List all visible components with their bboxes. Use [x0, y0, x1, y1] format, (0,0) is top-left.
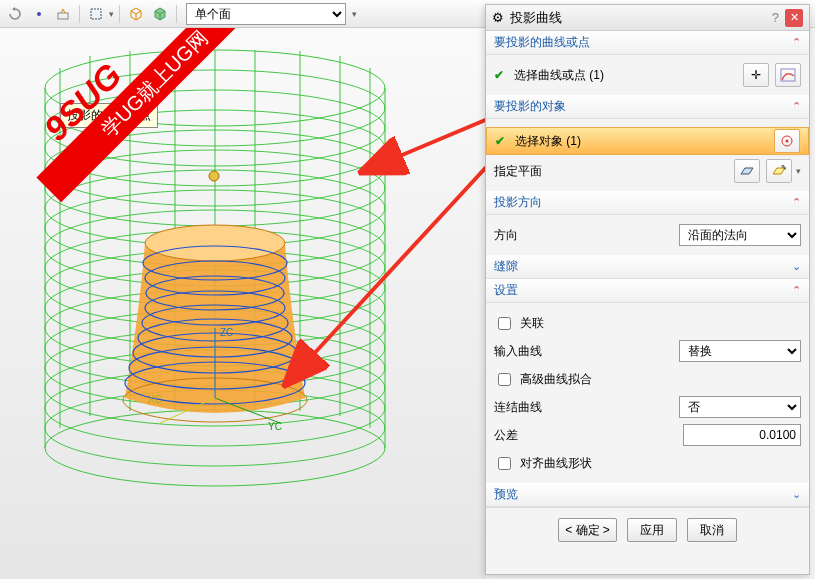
selection-filter-select[interactable]: 单个面 — [186, 3, 346, 25]
specify-plane-label: 指定平面 — [494, 163, 542, 180]
sketch-curve-button[interactable] — [775, 63, 801, 87]
chevron-up-icon: ⌃ — [792, 196, 801, 209]
chevron-down-icon: ⌄ — [792, 488, 801, 501]
section-curves[interactable]: 要投影的曲线或点⌃ — [486, 31, 809, 55]
associative-label: 关联 — [520, 315, 544, 332]
section-settings[interactable]: 设置⌃ — [486, 279, 809, 303]
pick-object-button[interactable] — [774, 129, 800, 153]
toolbar-select-box-icon[interactable] — [85, 3, 107, 25]
section-preview[interactable]: 预览⌄ — [486, 483, 809, 507]
gear-icon: ⚙ — [492, 10, 504, 25]
align-shape-checkbox[interactable] — [498, 457, 511, 470]
check-icon: ✔ — [494, 68, 504, 82]
input-curve-label: 输入曲线 — [494, 343, 542, 360]
toolbar-restart-icon[interactable] — [4, 3, 26, 25]
chevron-up-icon: ⌃ — [792, 100, 801, 113]
join-curve-select[interactable]: 否 — [679, 396, 801, 418]
join-curve-label: 连结曲线 — [494, 399, 542, 416]
svg-point-55 — [786, 140, 789, 143]
tolerance-label: 公差 — [494, 427, 518, 444]
plane-button-1[interactable] — [734, 159, 760, 183]
section-objects[interactable]: 要投影的对象⌃ — [486, 95, 809, 119]
svg-rect-1 — [58, 13, 68, 19]
section-gap[interactable]: 缝隙⌄ — [486, 255, 809, 279]
plane-button-2[interactable]: ✎ — [766, 159, 792, 183]
align-shape-label: 对齐曲线形状 — [520, 455, 592, 472]
advanced-fit-checkbox[interactable] — [498, 373, 511, 386]
toolbar-extract-icon[interactable] — [52, 3, 74, 25]
associative-checkbox[interactable] — [498, 317, 511, 330]
select-object-label: 选择对象 (1) — [515, 133, 581, 150]
chevron-up-icon: ⌃ — [792, 284, 801, 297]
annotation-arrows — [0, 28, 485, 579]
section-direction[interactable]: 投影方向⌃ — [486, 191, 809, 215]
svg-line-52 — [310, 163, 485, 358]
toolbar-solid-icon[interactable] — [149, 3, 171, 25]
chevron-up-icon: ⌃ — [792, 36, 801, 49]
toolbar-cube-icon[interactable] — [125, 3, 147, 25]
direction-select[interactable]: 沿面的法向 — [679, 224, 801, 246]
add-selection-button[interactable]: ✛ — [743, 63, 769, 87]
viewport-3d[interactable]: ZC YC XC 投影的曲线或点 9SUG 学UG就上UG网 — [0, 28, 485, 579]
svg-rect-2 — [91, 9, 101, 19]
project-curve-panel: ⚙ 投影曲线 ? ✕ 要投影的曲线或点⌃ ✔ 选择曲线或点 (1) ✛ 要投影的… — [485, 4, 810, 575]
chevron-down-icon: ⌄ — [792, 260, 801, 273]
close-button[interactable]: ✕ — [785, 9, 803, 27]
panel-title: 投影曲线 — [510, 9, 562, 27]
help-icon[interactable]: ? — [772, 10, 779, 25]
input-curve-select[interactable]: 替换 — [679, 340, 801, 362]
check-icon: ✔ — [495, 134, 505, 148]
svg-point-0 — [37, 12, 41, 16]
apply-button[interactable]: 应用 — [627, 518, 677, 542]
toolbar-point-icon[interactable] — [28, 3, 50, 25]
tolerance-input[interactable] — [683, 424, 801, 446]
direction-label: 方向 — [494, 227, 518, 244]
svg-text:✎: ✎ — [781, 164, 787, 171]
select-curve-label: 选择曲线或点 (1) — [514, 67, 604, 84]
advanced-fit-label: 高级曲线拟合 — [520, 371, 592, 388]
panel-header[interactable]: ⚙ 投影曲线 ? ✕ — [486, 5, 809, 31]
cancel-button[interactable]: 取消 — [687, 518, 737, 542]
ok-button[interactable]: < 确定 > — [558, 518, 617, 542]
svg-line-51 — [395, 118, 485, 158]
